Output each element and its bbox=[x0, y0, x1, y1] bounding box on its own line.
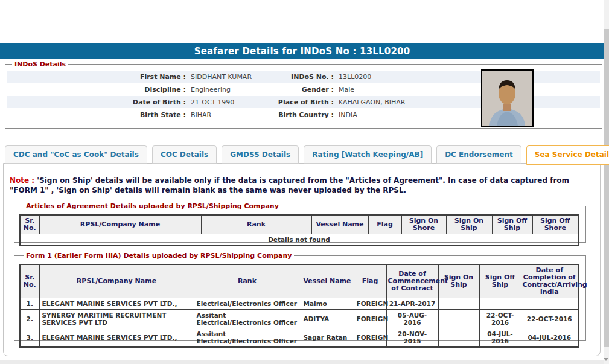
table-cell: Malmo bbox=[301, 298, 354, 310]
column-header: Date of Completion of Contract/Arriving … bbox=[521, 264, 578, 298]
form1-table: Sr. No.RPSL/Company NameRankVessel NameF… bbox=[19, 264, 579, 348]
articles-of-agreement-table: Sr. No.RPSL/Company NameRankVessel NameF… bbox=[19, 214, 579, 246]
field-value: INDIA bbox=[334, 111, 600, 119]
page: Seafarer Details for INDoS No : 13LL0200… bbox=[0, 0, 609, 364]
field-value: Male bbox=[334, 86, 600, 94]
table-cell: 22-OCT-2016 bbox=[521, 310, 578, 328]
field-label: Place of Birth : bbox=[270, 98, 334, 106]
seafarer-photo-image bbox=[482, 71, 532, 126]
tab-dc-endorsement[interactable]: DC Endorsement bbox=[436, 145, 521, 164]
table-cell: 20-NOV-2015 bbox=[386, 328, 438, 348]
note-body: 'Sign on Ship' details will be available… bbox=[10, 176, 569, 194]
table-cell: ELEGANT MARINE SERVICES PVT LTD., bbox=[39, 328, 194, 348]
tab-sea-service-details[interactable]: Sea Service Details bbox=[526, 145, 609, 165]
column-header: Flag bbox=[368, 215, 401, 234]
column-header: Date of Commencement of Contract bbox=[386, 264, 438, 298]
form1-table-row: 1.ELEGANT MARINE SERVICES PVT LTD.,Elect… bbox=[20, 298, 578, 310]
column-header: Sign Off Ship bbox=[492, 215, 532, 234]
note-text: Note : 'Sign on Ship' details will be av… bbox=[10, 176, 584, 195]
field-label: Discipline : bbox=[7, 86, 186, 94]
table-cell: 3. bbox=[20, 328, 39, 348]
column-header: Vessel Name bbox=[311, 215, 368, 234]
articles-of-agreement-fieldset: Articles of Agreement Details uploaded b… bbox=[14, 202, 586, 243]
table-cell: 05-AUG-2016 bbox=[386, 310, 438, 328]
form1-fieldset: Form 1 (Earlier Form IIIA) Details uploa… bbox=[14, 252, 586, 341]
field-label: Birth Country : bbox=[270, 111, 334, 119]
articles-of-agreement-legend: Articles of Agreement Details uploaded b… bbox=[24, 202, 281, 210]
column-header: Sr. No. bbox=[20, 264, 39, 298]
bottom-strip bbox=[0, 360, 604, 364]
column-header: RPSL/Company Name bbox=[39, 264, 194, 298]
table-cell bbox=[438, 310, 479, 328]
table-cell: 22-OCT-2016 bbox=[479, 310, 521, 328]
table-cell: 04-JUL-2016 bbox=[479, 328, 521, 348]
column-header: Sign On Shore bbox=[401, 215, 446, 234]
tab-bar: CDC and "CoC as Cook" DetailsCOC Details… bbox=[5, 145, 609, 164]
column-header: Sign On Ship bbox=[438, 264, 479, 298]
field-label: First Name : bbox=[7, 73, 186, 81]
scrollbar-down-arrow-icon[interactable] bbox=[604, 358, 608, 361]
note-prefix: Note : bbox=[10, 176, 37, 185]
empty-message: Details not found bbox=[20, 234, 578, 246]
table-cell: FOREIGN bbox=[354, 298, 386, 310]
table-cell: Assitant Electrical/Electronics Officer bbox=[194, 310, 301, 328]
table-cell: Assitant Electrical/Electronics Officer bbox=[194, 328, 301, 348]
field-label: INDoS No. : bbox=[270, 73, 334, 81]
field-value: Engineering bbox=[186, 86, 270, 94]
field-value: KAHALGAON, BIHAR bbox=[334, 98, 600, 106]
column-header: Rank bbox=[194, 264, 301, 298]
table-cell bbox=[438, 328, 479, 348]
table-cell: ADITYA bbox=[301, 310, 354, 328]
field-label: Date of Birth : bbox=[7, 98, 186, 106]
column-header: Sr. No. bbox=[20, 215, 39, 234]
column-header: Flag bbox=[354, 264, 386, 298]
table-cell bbox=[438, 298, 479, 310]
indos-details-legend: INDoS Details bbox=[12, 60, 68, 68]
form1-table-row: 2.SYNERGY MARITIME RECRUITMENT SERVICES … bbox=[20, 310, 578, 328]
column-header: Sign On Ship bbox=[446, 215, 492, 234]
column-header: Vessel Name bbox=[301, 264, 354, 298]
table-cell: 21-APR-2017 bbox=[386, 298, 438, 310]
column-header: Sign Off Shore bbox=[532, 215, 578, 234]
form1-table-wrap: Sr. No.RPSL/Company NameRankVessel NameF… bbox=[19, 264, 581, 348]
table-cell: ELEGANT MARINE SERVICES PVT LTD., bbox=[39, 298, 194, 310]
tab-gmdss-details[interactable]: GMDSS Details bbox=[222, 145, 299, 164]
articles-of-agreement-table-header-row: Sr. No.RPSL/Company NameRankVessel NameF… bbox=[20, 215, 578, 234]
table-cell: 1. bbox=[20, 298, 39, 310]
tab-coc-details[interactable]: COC Details bbox=[152, 145, 217, 164]
tab-cdc-coc-as-cook-details[interactable]: CDC and "CoC as Cook" Details bbox=[5, 145, 147, 164]
table-cell: 04-JUL-2016 bbox=[521, 328, 578, 348]
tab-rating-watch-keeping-ab[interactable]: Rating [Watch Keeping/AB] bbox=[304, 145, 432, 164]
table-cell bbox=[521, 298, 578, 310]
field-value: BIHAR bbox=[186, 111, 270, 119]
table-cell: SYNERGY MARITIME RECRUITMENT SERVICES PV… bbox=[39, 310, 194, 328]
field-value: SIDDHANT KUMAR bbox=[186, 73, 270, 81]
table-cell: FOREIGN bbox=[354, 310, 386, 328]
page-title: Seafarer Details for INDoS No : 13LL0200 bbox=[194, 46, 410, 57]
field-label: Birth State : bbox=[7, 111, 186, 119]
sea-service-tab-panel: Note : 'Sign on Ship' details will be av… bbox=[3, 163, 601, 356]
table-cell: 2. bbox=[20, 310, 39, 328]
table-cell bbox=[479, 298, 521, 310]
vertical-scrollbar-thumb[interactable] bbox=[604, 29, 609, 347]
seafarer-photo bbox=[481, 69, 534, 127]
form1-table-row: 3.ELEGANT MARINE SERVICES PVT LTD.,Assit… bbox=[20, 328, 578, 348]
articles-of-agreement-table-empty-row: Details not found bbox=[20, 234, 578, 246]
articles-of-agreement-table-wrap: Sr. No.RPSL/Company NameRankVessel NameF… bbox=[19, 214, 581, 246]
field-value: 13LL0200 bbox=[334, 73, 600, 81]
page-title-bar: Seafarer Details for INDoS No : 13LL0200 bbox=[0, 43, 604, 59]
table-cell: Sagar Ratan bbox=[301, 328, 354, 348]
field-value: 21-OCT-1990 bbox=[186, 98, 270, 106]
table-cell: Electrical/Electronics Officer bbox=[194, 298, 301, 310]
field-label: Gender : bbox=[270, 86, 334, 94]
column-header: Rank bbox=[201, 215, 311, 234]
column-header: RPSL/Company Name bbox=[39, 215, 201, 234]
form1-legend: Form 1 (Earlier Form IIIA) Details uploa… bbox=[24, 252, 294, 260]
column-header: Sign Off Ship bbox=[479, 264, 521, 298]
table-cell: FOREIGN bbox=[354, 328, 386, 348]
form1-table-header-row: Sr. No.RPSL/Company NameRankVessel NameF… bbox=[20, 264, 578, 298]
